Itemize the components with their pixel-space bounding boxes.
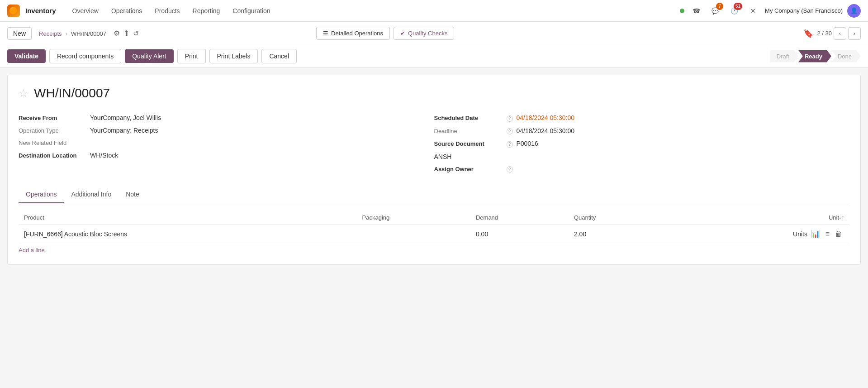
- new-related-field-label: New Related Field: [19, 139, 86, 146]
- bar-chart-icon[interactable]: 📊: [811, 230, 820, 238]
- row-unit: Units 📊 ≡ 🗑: [666, 225, 849, 243]
- gear-icon[interactable]: ⚙: [114, 29, 120, 38]
- print-button[interactable]: Print: [177, 49, 206, 63]
- row-quantity[interactable]: 2.00: [569, 225, 666, 243]
- nav-reporting[interactable]: Reporting: [187, 5, 226, 17]
- ansh-value: ANSH: [434, 153, 452, 160]
- status-bar: Draft Ready Done: [770, 50, 861, 62]
- col-packaging: Packaging: [357, 211, 470, 225]
- top-navigation: 🟠 Inventory Overview Operations Products…: [0, 0, 868, 22]
- ansh-field: ANSH: [434, 150, 850, 163]
- quality-alert-button[interactable]: Quality Alert: [125, 49, 173, 63]
- assign-owner-field: Assign Owner ?: [434, 163, 850, 176]
- document-header: ☆ WH/IN/00007: [19, 86, 849, 101]
- breadcrumb-parent[interactable]: Receipts: [39, 30, 62, 37]
- delete-icon[interactable]: 🗑: [835, 230, 842, 238]
- tab-note[interactable]: Note: [119, 186, 147, 203]
- record-counter: 🔖 2 / 30 ‹ ›: [803, 27, 861, 40]
- nav-overview[interactable]: Overview: [67, 5, 104, 17]
- source-document-field: Source Document ? P00016: [434, 137, 850, 150]
- next-record-button[interactable]: ›: [848, 27, 861, 40]
- scheduled-date-value[interactable]: 04/18/2024 05:30:00: [517, 114, 574, 121]
- source-document-help[interactable]: ?: [507, 141, 513, 148]
- table-row: [FURN_6666] Acoustic Bloc Screens 0.00 2…: [19, 225, 849, 243]
- receive-from-field: Receive From YourCompany, Joel Willis: [19, 111, 434, 124]
- online-status-dot: [680, 9, 684, 13]
- destination-location-value[interactable]: WH/Stock: [90, 152, 118, 159]
- left-fields: Receive From YourCompany, Joel Willis Op…: [19, 111, 434, 175]
- scheduled-date-help[interactable]: ?: [507, 115, 513, 122]
- menu-icon: ☰: [323, 30, 328, 37]
- deadline-value[interactable]: 04/18/2024 05:30:00: [517, 127, 574, 134]
- fields-grid: Receive From YourCompany, Joel Willis Op…: [19, 111, 849, 175]
- refresh-icon[interactable]: ↺: [133, 29, 139, 38]
- scheduled-date-label: Scheduled Date: [434, 115, 502, 121]
- app-logo: 🟠: [7, 5, 20, 17]
- nav-configuration[interactable]: Configuration: [227, 5, 275, 17]
- activities-icon-btn[interactable]: 🕐 51: [727, 4, 741, 18]
- second-bar: New Receipts › WH/IN/00007 ⚙ ⬆ ↺ ☰ Detai…: [0, 22, 868, 45]
- breadcrumb: Receipts › WH/IN/00007: [39, 30, 106, 37]
- assign-owner-help[interactable]: ?: [507, 166, 513, 172]
- operation-type-value[interactable]: YourCompany: Receipts: [90, 127, 158, 134]
- validate-button[interactable]: Validate: [7, 49, 46, 63]
- source-document-value[interactable]: P00016: [517, 140, 538, 147]
- deadline-help[interactable]: ?: [507, 128, 513, 134]
- tab-operations[interactable]: Operations: [19, 186, 64, 203]
- app-name: Inventory: [25, 7, 56, 14]
- status-done[interactable]: Done: [831, 50, 861, 62]
- source-document-label: Source Document: [434, 140, 502, 147]
- bookmark-icon[interactable]: 🔖: [803, 29, 813, 38]
- company-name: My Company (San Francisco): [765, 7, 843, 14]
- messages-icon-btn[interactable]: 💬 7: [708, 4, 722, 18]
- main-content: ☆ WH/IN/00007 Receive From YourCompany, …: [7, 75, 861, 265]
- destination-location-label: Destination Location: [19, 152, 86, 159]
- breadcrumb-current: WH/IN/00007: [71, 30, 106, 37]
- row-packaging[interactable]: [357, 225, 470, 243]
- upload-icon[interactable]: ⬆: [123, 29, 129, 38]
- status-draft[interactable]: Draft: [770, 50, 798, 62]
- col-demand: Demand: [470, 211, 569, 225]
- prev-record-button[interactable]: ‹: [834, 27, 846, 40]
- detailed-operations-button[interactable]: ☰ Detailed Operations: [316, 27, 390, 40]
- receive-from-value[interactable]: YourCompany, Joel Willis: [90, 114, 161, 121]
- print-labels-button[interactable]: Print Labels: [209, 49, 258, 63]
- nav-right: ☎ 💬 7 🕐 51 ✕ My Company (San Francisco) …: [680, 4, 861, 18]
- scheduled-date-field: Scheduled Date ? 04/18/2024 05:30:00: [434, 111, 850, 125]
- col-product: Product: [19, 211, 357, 225]
- new-button[interactable]: New: [7, 27, 32, 40]
- deadline-label: Deadline: [434, 128, 502, 134]
- destination-location-field: Destination Location WH/Stock: [19, 149, 434, 162]
- quality-checks-button[interactable]: ✔ Quality Checks: [394, 27, 454, 40]
- new-related-field: New Related Field: [19, 137, 434, 149]
- table-settings-icon[interactable]: ⇌: [839, 214, 844, 221]
- action-bar: Validate Record components Quality Alert…: [0, 45, 868, 67]
- row-demand[interactable]: 0.00: [470, 225, 569, 243]
- phone-icon-btn[interactable]: ☎: [689, 4, 703, 18]
- col-quantity: Quantity: [569, 211, 666, 225]
- center-actions: ☰ Detailed Operations ✔ Quality Checks: [316, 27, 454, 40]
- deadline-field: Deadline ? 04/18/2024 05:30:00: [434, 125, 850, 138]
- record-components-button[interactable]: Record components: [49, 49, 121, 63]
- tab-additional-info[interactable]: Additional Info: [64, 186, 119, 203]
- favorite-star-icon[interactable]: ☆: [19, 87, 28, 100]
- col-unit: Unit ⇌: [666, 211, 849, 225]
- assign-owner-label: Assign Owner: [434, 166, 502, 172]
- right-fields: Scheduled Date ? 04/18/2024 05:30:00 Dea…: [434, 111, 850, 175]
- activities-badge: 51: [734, 3, 742, 10]
- check-icon: ✔: [400, 30, 405, 37]
- list-icon[interactable]: ≡: [825, 230, 830, 238]
- tabs: Operations Additional Info Note: [19, 186, 849, 203]
- nav-operations[interactable]: Operations: [106, 5, 147, 17]
- operation-type-field: Operation Type YourCompany: Receipts: [19, 124, 434, 137]
- messages-badge: 7: [716, 3, 723, 10]
- nav-products[interactable]: Products: [149, 5, 185, 17]
- settings-icon-btn[interactable]: ✕: [746, 4, 760, 18]
- add-line-link[interactable]: Add a line: [19, 247, 45, 254]
- row-product[interactable]: [FURN_6666] Acoustic Bloc Screens: [19, 225, 357, 243]
- record-tools: ⚙ ⬆ ↺: [114, 29, 139, 38]
- cancel-button[interactable]: Cancel: [261, 49, 297, 63]
- status-ready[interactable]: Ready: [798, 50, 831, 62]
- receive-from-label: Receive From: [19, 115, 86, 121]
- user-avatar[interactable]: 👤: [847, 4, 861, 18]
